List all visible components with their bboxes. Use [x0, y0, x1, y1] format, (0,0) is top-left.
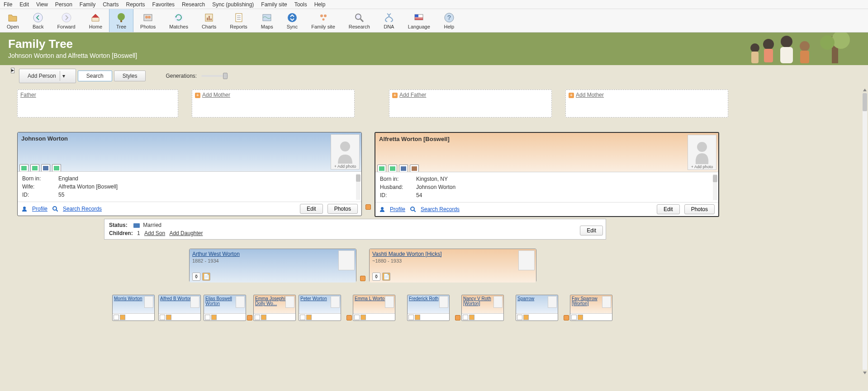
canvas-scrollbar[interactable]: [863, 87, 867, 376]
menu-edit[interactable]: Edit: [19, 1, 29, 8]
edit-button[interactable]: Edit: [300, 204, 323, 214]
menu-charts[interactable]: Charts: [103, 1, 119, 8]
add-father-link[interactable]: Add Father: [399, 92, 426, 98]
child-spouse-name[interactable]: Vashti Maude Worton [Hicks]: [372, 251, 442, 257]
marriage-connector[interactable]: [346, 315, 352, 320]
wife-card[interactable]: Alfretta Worton [Boswell] + Add photo Bo…: [375, 132, 719, 217]
grandchild-card[interactable]: Sparrow: [516, 295, 558, 321]
add-son-link[interactable]: Add Son: [144, 230, 165, 236]
tab-2[interactable]: [30, 164, 39, 171]
menu-tools[interactable]: Tools: [294, 1, 307, 8]
tab-1[interactable]: [377, 165, 386, 172]
menu-person[interactable]: Person: [55, 1, 72, 8]
tab-3[interactable]: [41, 164, 50, 171]
doc-icon[interactable]: [211, 315, 217, 320]
husband-card[interactable]: Johnson Worton + Add photo Born in:Engla…: [17, 132, 362, 216]
add-father-placeholder[interactable]: +Add Father: [389, 90, 552, 118]
grandchild-card[interactable]: Frederick Roth: [407, 295, 450, 321]
toolbar-photos[interactable]: Photos: [133, 9, 162, 32]
toolbar-reports[interactable]: Reports: [223, 9, 254, 32]
profile-link[interactable]: Profile: [390, 206, 405, 212]
father-placeholder[interactable]: Father: [17, 90, 178, 118]
menu-research[interactable]: Research: [182, 1, 205, 8]
menu-favorites[interactable]: Favorites: [152, 1, 175, 8]
tab-1[interactable]: [19, 164, 28, 171]
grave-icon[interactable]: ⚱: [372, 273, 380, 281]
add-mother-link-2[interactable]: Add Mother: [576, 92, 604, 98]
badge-icon[interactable]: [463, 315, 468, 320]
grandchild-card[interactable]: Emma L Worton: [353, 295, 395, 321]
add-person-button[interactable]: Add Person ▾: [19, 69, 76, 83]
doc-icon[interactable]: [261, 315, 266, 320]
badge-icon[interactable]: [160, 315, 165, 320]
search-button[interactable]: Search: [78, 71, 112, 81]
badge-icon[interactable]: [354, 315, 360, 320]
menu-view[interactable]: View: [36, 1, 48, 8]
marriage-connector[interactable]: [564, 315, 569, 320]
badge-icon[interactable]: [255, 315, 260, 320]
grandchild-card[interactable]: Nancy V Roth [Worton]: [461, 295, 504, 321]
doc-icon[interactable]: [306, 315, 312, 320]
grandchild-card[interactable]: Alfred B Worton: [158, 295, 201, 321]
tab-2[interactable]: [388, 165, 397, 172]
marriage-connector[interactable]: [360, 276, 365, 281]
toolbar-matches[interactable]: Matches: [162, 9, 195, 32]
menu-familysite[interactable]: Family site: [261, 1, 287, 8]
badge-icon[interactable]: [571, 315, 577, 320]
search-records-link[interactable]: Search Records: [63, 206, 102, 212]
scrollbar[interactable]: [713, 174, 717, 200]
toolbar-tree[interactable]: Tree: [109, 9, 133, 32]
toolbar-sync[interactable]: Sync: [280, 9, 304, 32]
tree-canvas[interactable]: Father +Add Mother +Add Father +Add Moth…: [14, 87, 868, 376]
grandchild-card[interactable]: Fay Sparrow [Worton]: [570, 295, 612, 321]
slider-thumb[interactable]: [223, 73, 228, 79]
grandchild-card[interactable]: Peter Worton: [299, 295, 341, 321]
toolbar-forward[interactable]: Forward: [50, 9, 82, 32]
father-link[interactable]: Father: [20, 92, 36, 98]
doc-icon[interactable]: [166, 315, 171, 320]
panel-collapse-handle[interactable]: ▶: [11, 68, 14, 73]
tab-3[interactable]: [399, 165, 408, 172]
child-name[interactable]: Arthur West Worton: [192, 251, 240, 257]
toolbar-maps[interactable]: Maps: [254, 9, 280, 32]
add-daughter-link[interactable]: Add Daughter: [169, 230, 203, 236]
toolbar-help[interactable]: ?Help: [437, 9, 461, 32]
badge-icon[interactable]: [205, 315, 210, 320]
toolbar-back[interactable]: Back: [26, 9, 50, 32]
photos-button[interactable]: Photos: [327, 204, 358, 214]
add-mother-placeholder-2[interactable]: +Add Mother: [565, 90, 728, 118]
badge-icon[interactable]: [300, 315, 305, 320]
search-records-link[interactable]: Search Records: [421, 206, 460, 212]
marriage-connector[interactable]: [247, 315, 252, 320]
menu-sync[interactable]: Sync (publishing): [212, 1, 254, 8]
menu-family[interactable]: Family: [80, 1, 95, 8]
tab-4[interactable]: [52, 164, 61, 171]
doc-icon[interactable]: [469, 315, 474, 320]
profile-link[interactable]: Profile: [32, 206, 47, 212]
grandchild-card[interactable]: Emma Josephine Dolly Wo...: [253, 295, 296, 321]
add-mother-placeholder-1[interactable]: +Add Mother: [192, 90, 355, 118]
badge-icon[interactable]: [517, 315, 522, 320]
badge-icon[interactable]: [408, 315, 414, 320]
status-edit-button[interactable]: Edit: [580, 226, 603, 236]
grandchild-card[interactable]: Elias Boswell Worton: [204, 295, 246, 321]
doc-icon[interactable]: [360, 315, 366, 320]
menu-reports[interactable]: Reports: [126, 1, 145, 8]
photos-button[interactable]: Photos: [684, 204, 715, 214]
grandchild-card[interactable]: Morris Worton: [112, 295, 155, 321]
scroll-down-icon[interactable]: [863, 371, 867, 375]
doc-icon[interactable]: 📄: [382, 273, 390, 281]
toolbar-home[interactable]: Home: [82, 9, 109, 32]
doc-icon[interactable]: 📄: [202, 273, 210, 281]
doc-icon[interactable]: [120, 315, 125, 320]
doc-icon[interactable]: [578, 315, 583, 320]
menu-help[interactable]: Help: [314, 1, 326, 8]
toolbar-language[interactable]: Language: [401, 9, 437, 32]
toolbar-research[interactable]: Research: [342, 9, 377, 32]
badge-icon[interactable]: [114, 315, 119, 320]
generations-slider[interactable]: [201, 75, 228, 77]
styles-button[interactable]: Styles: [114, 71, 146, 81]
marriage-connector[interactable]: [365, 204, 371, 210]
doc-icon[interactable]: [415, 315, 420, 320]
toolbar-charts[interactable]: Charts: [195, 9, 223, 32]
